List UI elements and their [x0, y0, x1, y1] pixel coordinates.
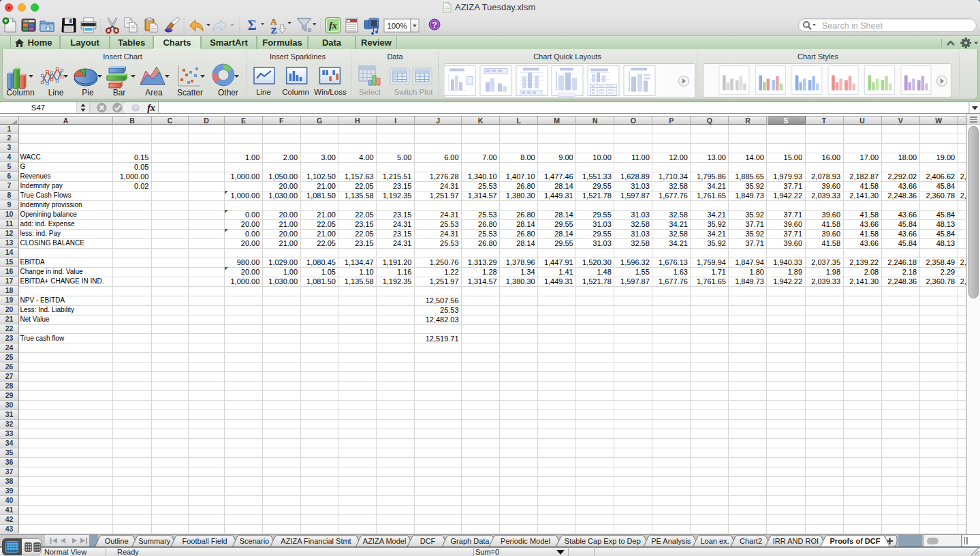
svg-text:AZIZA Model: AZIZA Model — [363, 536, 407, 544]
svg-text:fx: fx — [147, 103, 155, 113]
svg-text:IRR AND ROI: IRR AND ROI — [773, 536, 819, 544]
svg-text:Proofs of DCF: Proofs of DCF — [830, 536, 881, 544]
svg-text:Loan ex.: Loan ex. — [700, 536, 729, 544]
svg-text:Periodic Model: Periodic Model — [501, 536, 550, 544]
svg-text:Graph Data: Graph Data — [451, 536, 490, 544]
svg-text:Z: Z — [271, 25, 277, 35]
svg-text:100%: 100% — [387, 22, 407, 30]
svg-text:AZIZA Financial Stmt: AZIZA Financial Stmt — [281, 536, 351, 544]
svg-text:DCF: DCF — [420, 536, 436, 544]
svg-text:Summary: Summary — [138, 536, 171, 544]
svg-text:Football Field: Football Field — [182, 536, 227, 544]
svg-text:Chart2: Chart2 — [740, 536, 762, 544]
svg-text:Scenario: Scenario — [240, 536, 269, 544]
svg-text:Stable Cap Exp to Dep: Stable Cap Exp to Dep — [565, 536, 641, 544]
svg-text:Σ: Σ — [247, 18, 256, 33]
svg-text:PE Analysis: PE Analysis — [651, 536, 691, 544]
svg-text:?: ? — [432, 20, 437, 30]
svg-text:=: = — [308, 27, 312, 34]
svg-text:fx: fx — [329, 20, 337, 31]
svg-text:Outline: Outline — [105, 536, 129, 544]
